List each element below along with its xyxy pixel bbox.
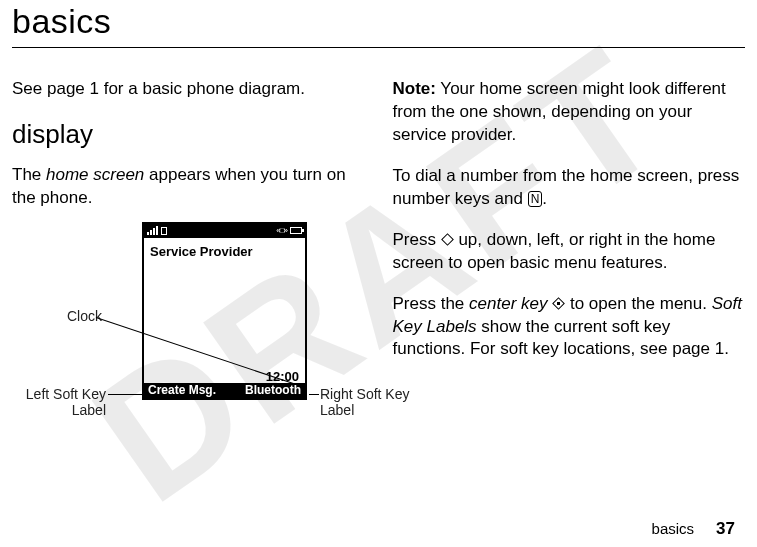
left-soft-key: Create Msg. [148, 383, 216, 397]
footer-page-number: 37 [716, 519, 735, 538]
right-soft-key: Bluetooth [245, 383, 301, 397]
homescreen-paragraph: The home screen appears when you turn on… [12, 164, 365, 210]
phone-screen: «□» Service Provider 12:00 Create Msg. B… [142, 222, 307, 400]
title-rule [12, 47, 745, 48]
signal-icon [147, 226, 158, 235]
status-bar: «□» [144, 224, 305, 238]
callout-right-softkey: Right Soft Key Label [320, 386, 420, 418]
footer-section: basics [652, 520, 695, 537]
centerkey-paragraph: Press the center key to open the menu. S… [393, 293, 746, 362]
text-line: Label [320, 402, 354, 418]
two-column-layout: See page 1 for a basic phone diagram. di… [12, 78, 745, 452]
text-fragment: to open the menu. [565, 294, 712, 313]
text-fragment: The [12, 165, 46, 184]
text-fragment: To dial a number from the home screen, p… [393, 166, 740, 208]
text-fragment: . [542, 189, 547, 208]
center-key-term: center key [469, 294, 547, 313]
note-label: Note: [393, 79, 436, 98]
soft-key-bar: Create Msg. Bluetooth [144, 383, 305, 398]
display-heading: display [12, 119, 365, 150]
battery-icon [290, 227, 302, 234]
note-paragraph: Note: Your home screen might look differ… [393, 78, 746, 147]
text-line: Label [72, 402, 106, 418]
page-content: basics See page 1 for a basic phone diag… [0, 0, 757, 452]
text-line: Left Soft Key [26, 386, 106, 402]
service-provider-label: Service Provider [144, 238, 305, 259]
send-key-icon: N [528, 191, 543, 207]
callout-line-left [108, 394, 142, 395]
status-left-icons [147, 226, 167, 235]
gprs-icon [161, 227, 167, 235]
phone-figure: «□» Service Provider 12:00 Create Msg. B… [12, 222, 365, 452]
dial-paragraph: To dial a number from the home screen, p… [393, 165, 746, 211]
text-fragment: Press [393, 230, 441, 249]
page-footer: basics37 [652, 519, 735, 539]
center-key-icon [552, 297, 565, 310]
text-fragment: Your home screen might look different fr… [393, 79, 726, 144]
intro-paragraph: See page 1 for a basic phone diagram. [12, 78, 365, 101]
right-column: Note: Your home screen might look differ… [393, 78, 746, 452]
text-fragment: Press the [393, 294, 470, 313]
text-line: Right Soft Key [320, 386, 410, 402]
callout-left-softkey: Left Soft Key Label [18, 386, 106, 418]
ringer-icon: «□» [276, 226, 287, 235]
nav-key-icon [441, 233, 454, 246]
page-title: basics [12, 0, 745, 41]
nav-paragraph: Press up, down, left, or right in the ho… [393, 229, 746, 275]
status-right-icons: «□» [276, 226, 302, 235]
callout-clock: Clock [52, 308, 102, 324]
home-screen-term: home screen [46, 165, 144, 184]
callout-line-right [309, 394, 319, 395]
left-column: See page 1 for a basic phone diagram. di… [12, 78, 365, 452]
